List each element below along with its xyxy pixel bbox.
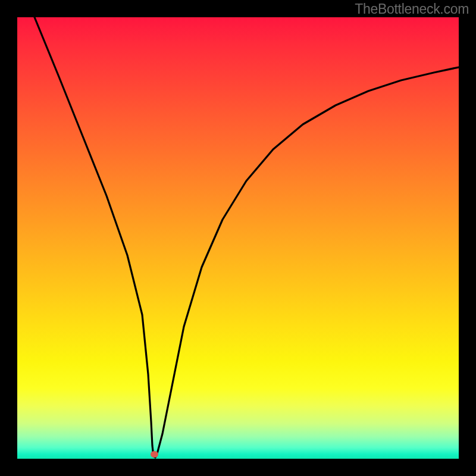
minimum-marker (151, 451, 158, 458)
chart-plot-area (17, 17, 459, 459)
watermark-text: TheBottleneck.com (355, 1, 469, 17)
bottleneck-curve (17, 17, 459, 459)
curve-path (35, 17, 459, 458)
